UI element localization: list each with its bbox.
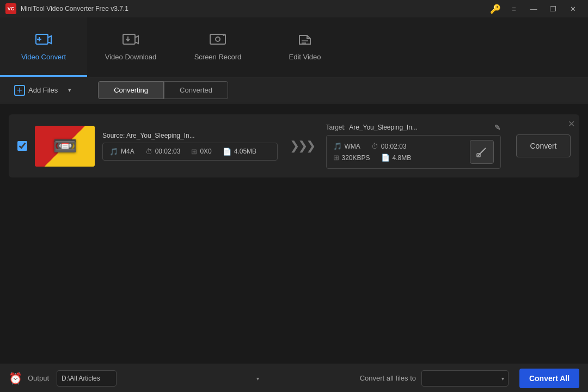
tab-converting[interactable]: Converting (98, 81, 164, 99)
nav-video-download[interactable]: Video Download (87, 17, 174, 77)
add-files-button[interactable]: + Add Files (9, 82, 63, 99)
target-settings-button[interactable] (470, 140, 494, 164)
video-download-icon (122, 32, 139, 50)
target-meta-row-2: ⊞ 320KBPS 📄 4.8MB (333, 154, 466, 162)
svg-rect-2 (210, 34, 225, 44)
screen-record-icon (209, 32, 226, 50)
file-target-meta: 🎵 WMA ⏱ 00:02:03 ⊞ 320KBPS (326, 135, 501, 169)
svg-point-3 (216, 37, 220, 41)
edit-video-icon (296, 32, 314, 50)
resolution-icon: ⊞ (191, 148, 197, 156)
output-label: Output (28, 374, 49, 382)
file-target-header: Target: Are_You_Sleeping_In... ✎ (326, 123, 501, 132)
target-format: WMA (345, 143, 360, 150)
key-icon: 🔑 (490, 4, 501, 14)
target-size-item: 📄 4.8MB (381, 154, 412, 162)
target-size: 4.8MB (393, 154, 412, 162)
footer: ⏰ Output D:\All Articles ▾ Convert all f… (0, 364, 588, 392)
file-thumbnail: 📼 (35, 126, 95, 167)
nav-edit-video[interactable]: Edit Video (261, 17, 348, 77)
source-format-item: 🎵 M4A (109, 148, 134, 156)
app-logo: VC (5, 3, 16, 14)
target-size-icon: 📄 (381, 154, 390, 162)
title-text: MiniTool Video Converter Free v3.7.1 (21, 5, 490, 13)
cassette-icon: 📼 (53, 134, 77, 157)
convert-all-to-select[interactable] (421, 370, 509, 387)
source-size: 4.05MB (234, 148, 256, 155)
minimize-button[interactable]: — (524, 0, 543, 17)
target-duration-item: ⏱ 00:02:03 (371, 142, 407, 150)
source-duration: 00:02:03 (155, 148, 181, 155)
file-checkbox[interactable] (17, 141, 27, 151)
convert-button[interactable]: Convert (516, 134, 571, 157)
target-duration-icon: ⏱ (371, 142, 378, 150)
convert-all-label: Convert all files to (360, 374, 416, 382)
size-icon: 📄 (223, 148, 231, 156)
output-path-wrapper: D:\All Articles ▾ (57, 370, 264, 387)
target-bitrate-item: ⊞ 320KBPS (333, 154, 370, 162)
file-source-meta: 🎵 M4A ⏱ 00:02:03 ⊞ 0X0 📄 4.05MB (102, 143, 278, 161)
target-format-icon: 🎵 (333, 142, 342, 150)
nav-video-convert-label: Video Convert (21, 53, 66, 61)
source-resolution: 0X0 (200, 148, 211, 155)
source-duration-item: ⏱ 00:02:03 (145, 148, 181, 156)
conversion-arrows: ❯❯❯ (290, 139, 314, 153)
restore-button[interactable]: ❐ (543, 0, 563, 17)
tab-converted[interactable]: Converted (164, 81, 228, 99)
duration-icon: ⏱ (145, 148, 152, 156)
menu-button[interactable]: ≡ (504, 0, 524, 17)
convert-all-to-wrapper: ▾ (421, 370, 509, 387)
video-convert-icon (35, 32, 52, 50)
close-card-button[interactable]: ✕ (568, 119, 575, 129)
tab-group: Converting Converted (98, 81, 228, 99)
target-meta-cols: 🎵 WMA ⏱ 00:02:03 ⊞ 320KBPS (333, 142, 466, 162)
format-icon: 🎵 (109, 148, 118, 156)
target-duration: 00:02:03 (381, 143, 407, 150)
toolbar: + Add Files ▾ Converting Converted (0, 77, 588, 103)
source-resolution-item: ⊞ 0X0 (191, 148, 211, 156)
nav-video-download-label: Video Download (105, 53, 156, 61)
target-meta-row-1: 🎵 WMA ⏱ 00:02:03 (333, 142, 466, 150)
nav-screen-record[interactable]: Screen Record (174, 17, 261, 77)
file-card: 📼 Source: Are_You_Sleeping_In... 🎵 M4A ⏱… (9, 114, 579, 177)
nav-screen-record-label: Screen Record (194, 53, 242, 61)
output-chevron-icon: ▾ (256, 375, 259, 381)
close-button[interactable]: ✕ (563, 0, 583, 17)
target-bitrate: 320KBPS (342, 154, 370, 162)
source-size-item: 📄 4.05MB (223, 148, 256, 156)
svg-point-4 (223, 34, 225, 36)
source-format: M4A (121, 148, 134, 155)
edit-target-button[interactable]: ✎ (494, 123, 501, 132)
file-source-name: Source: Are_You_Sleeping_In... (102, 132, 278, 139)
add-files-dropdown-button[interactable]: ▾ (63, 82, 76, 99)
file-source-section: Source: Are_You_Sleeping_In... 🎵 M4A ⏱ 0… (102, 132, 278, 161)
add-files-label: Add Files (28, 86, 58, 94)
target-format-item: 🎵 WMA (333, 142, 360, 150)
main-content: 📼 Source: Are_You_Sleeping_In... 🎵 M4A ⏱… (0, 103, 588, 364)
convert-all-button[interactable]: Convert All (519, 369, 579, 388)
target-bitrate-icon: ⊞ (333, 154, 339, 162)
nav-edit-video-label: Edit Video (289, 53, 321, 61)
file-target-section: Target: Are_You_Sleeping_In... ✎ 🎵 WMA ⏱… (326, 123, 501, 169)
output-path-select[interactable]: D:\All Articles (57, 370, 117, 387)
title-bar: VC MiniTool Video Converter Free v3.7.1 … (0, 0, 588, 17)
window-controls: ≡ — ❐ ✕ (504, 0, 583, 17)
add-files-plus-icon: + (14, 85, 25, 96)
nav-video-convert[interactable]: Video Convert (0, 17, 87, 77)
nav-bar: Video Convert Video Download Screen Reco… (0, 17, 588, 77)
clock-icon: ⏰ (9, 372, 22, 385)
arrow-section: ❯❯❯ (285, 139, 318, 153)
